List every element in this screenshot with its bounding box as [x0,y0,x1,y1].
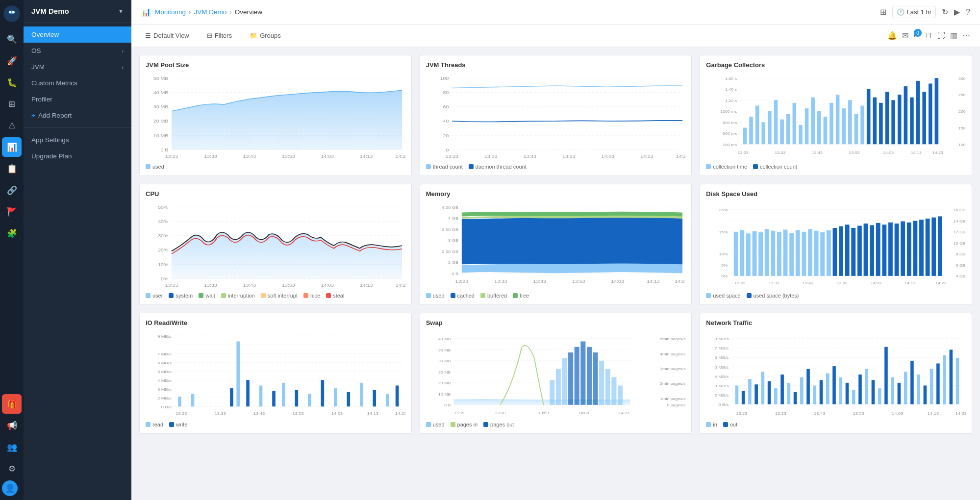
svg-text:0%: 0% [161,276,169,281]
svg-rect-296 [755,384,758,404]
rocket-icon[interactable]: 🚀 [2,51,22,71]
svg-text:13:53: 13:53 [853,411,864,416]
gift-icon[interactable]: 🎁 [2,394,22,414]
svg-rect-323 [930,369,933,404]
svg-text:13:33: 13:33 [494,279,507,284]
svg-text:1000 ms: 1000 ms [721,109,737,114]
user-avatar[interactable]: 👤 [2,480,18,496]
chart-network-traffic: Network Traffic 8 MB/s 7 MB/s 6 MB/s [700,313,972,434]
sidebar-header[interactable]: JVM Demo ▼ [24,0,131,23]
legend-disk-used-dot [706,293,711,298]
svg-text:20: 20 [443,133,449,138]
help-icon[interactable]: ? [966,8,970,17]
sidebar-item-upgrade-plan[interactable]: Upgrade Plan [24,148,131,164]
sidebar-item-overview[interactable]: Overview [24,26,131,43]
svg-text:13:43: 13:43 [243,154,256,159]
svg-text:13:23: 13:23 [165,154,178,159]
play-icon[interactable]: ▶ [954,7,960,17]
octopus-logo-icon[interactable] [2,4,22,24]
sidebar-overview-label: Overview [31,31,59,38]
settings-icon[interactable]: ⚙ [2,459,22,478]
svg-rect-73 [824,117,828,144]
svg-rect-315 [878,388,881,404]
svg-rect-180 [870,225,875,276]
svg-text:0%: 0% [722,274,728,278]
sidebar-item-custom-metrics[interactable]: Custom Metrics [24,75,131,91]
sidebar-upgrade-plan-label: Upgrade Plan [31,152,72,160]
legend-network-out-dot [723,422,728,427]
refresh-icon[interactable]: ↻ [942,7,948,17]
svg-rect-176 [845,225,850,276]
svg-text:10 MB: 10 MB [153,133,169,138]
svg-text:3 GB: 3 GB [448,238,458,243]
mail-icon[interactable]: ✉ [902,31,908,40]
speaker-icon[interactable]: 📢 [2,416,22,435]
list-icon[interactable]: 📋 [2,159,22,178]
more-options-icon[interactable]: ⋯ [962,31,970,40]
sidebar-item-jvm[interactable]: JVM › [24,59,131,75]
svg-text:20 MB: 20 MB [153,119,169,124]
legend-cpu-nice-dot [303,293,308,298]
svg-text:60: 60 [443,104,449,109]
chart-memory: Memory [420,184,692,305]
alert-icon[interactable]: ⚠ [2,116,22,135]
svg-text:14:23: 14:23 [396,154,405,159]
dashboard-icon[interactable]: 📊 [2,137,22,157]
filters-button[interactable]: ⊟ Filters [203,29,236,42]
expand-icon[interactable]: ⛶ [937,31,945,40]
svg-text:13:33: 13:33 [775,411,786,416]
breadcrumb-monitoring[interactable]: Monitoring [155,8,186,16]
chevron-right-icon-2: › [122,64,124,70]
svg-rect-182 [882,225,887,276]
svg-rect-72 [817,111,821,145]
bell-icon[interactable]: 🔔 [887,31,897,40]
groups-label: Groups [260,32,281,39]
sidebar-app-title: JVM Demo [31,7,69,15]
svg-rect-181 [876,223,880,276]
svg-text:30 MB: 30 MB [438,359,451,363]
svg-rect-269 [605,369,610,405]
bug-icon[interactable]: 🐛 [2,73,22,92]
puzzle-icon[interactable]: 🧩 [2,224,22,243]
chart-network-legend: in out [706,422,966,427]
filters-label: Filters [215,32,232,39]
grid-view-icon[interactable]: ⊞ [880,7,886,17]
svg-rect-316 [884,347,888,404]
svg-rect-79 [861,106,865,145]
svg-text:5 MB/s: 5 MB/s [157,369,172,374]
svg-text:14:23: 14:23 [936,280,947,285]
breadcrumb-jvm-demo[interactable]: JVM Demo [194,8,227,16]
svg-text:200: 200 [958,109,966,114]
people-icon[interactable]: 👥 [2,437,22,457]
legend-mem-buffered: buffered [480,293,507,299]
notification-badge-icon[interactable]: ↩ 0 [913,31,920,40]
flag-icon[interactable]: 🚩 [2,202,22,222]
svg-rect-303 [800,377,804,404]
sidebar-item-add-report[interactable]: + Add Report [24,107,131,124]
groups-button[interactable]: 📁 Groups [246,29,285,42]
svg-rect-324 [936,364,940,404]
legend-collection-time: collection time [706,164,747,170]
sidebar-item-app-settings[interactable]: App Settings [24,132,131,148]
split-view-icon[interactable]: ▥ [950,31,957,40]
breadcrumb-sep-1: › [189,8,191,16]
legend-cpu-steal: steal [326,293,344,299]
integration-icon[interactable]: 🔗 [2,180,22,200]
search-icon-strip[interactable]: 🔍 [2,29,22,49]
screen-icon[interactable]: 🖥 [925,31,932,40]
svg-text:20 MB: 20 MB [438,381,451,385]
default-view-button[interactable]: ☰ Default View [141,29,193,42]
svg-text:13:43: 13:43 [243,283,256,288]
svg-text:4.50 GB: 4.50 GB [442,205,458,209]
grid-icon[interactable]: ⊞ [2,94,22,114]
legend-mem-used-label: used [433,293,445,299]
sidebar-item-profiler[interactable]: Profiler [24,91,131,107]
legend-cpu-soft-interrupt: soft interrupt [261,293,298,299]
chart-io-container: 9 MB/s 7 MB/s 6 MB/s 5 MB/s 4 MB/s 3 MB/… [146,330,405,419]
sidebar-item-os[interactable]: OS › [24,43,131,59]
time-range-selector[interactable]: 🕐 Last 1 hr [892,6,936,18]
svg-text:13:53: 13:53 [282,154,295,159]
legend-cpu-soft-interrupt-dot [261,293,266,298]
legend-used-label: used [152,164,164,170]
legend-daemon-label: daemon thread count [476,164,527,170]
